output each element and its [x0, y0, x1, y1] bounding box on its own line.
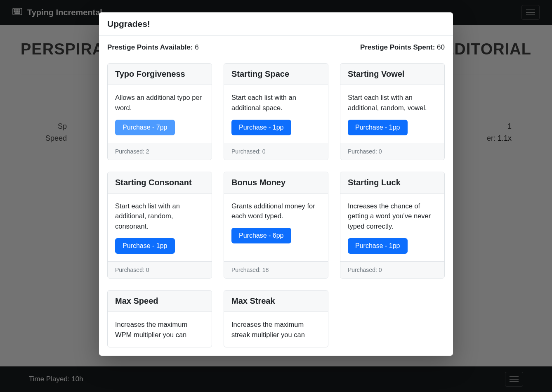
upgrade-card-title: Starting Consonant	[108, 172, 212, 194]
upgrade-card: Starting LuckIncreases the chance of get…	[340, 172, 445, 279]
upgrade-card-purchased: Purchased: 0	[108, 261, 212, 278]
upgrade-card-desc: Start each list with an additional, rand…	[348, 92, 437, 113]
upgrade-card-purchased: Purchased: 0	[340, 261, 444, 278]
pp-available-value: 6	[195, 43, 198, 51]
purchase-button[interactable]: Purchase - 1pp	[231, 120, 291, 135]
upgrade-card-desc: Increases the chance of getting a word y…	[348, 201, 437, 231]
upgrade-card-body: Grants additional money for each word ty…	[224, 194, 328, 261]
upgrade-card-body: Start each list with an additional, rand…	[340, 85, 444, 143]
upgrade-card-body: Increases the chance of getting a word y…	[340, 194, 444, 261]
upgrade-card-desc: Increases the maximum streak multiplier …	[231, 319, 321, 340]
upgrade-card: Starting ConsonantStart each list with a…	[107, 172, 212, 279]
pp-available-label: Prestige Points Available:	[107, 43, 193, 51]
upgrade-card-desc: Increases the maximum WPM multiplier you…	[115, 319, 204, 340]
upgrade-card-body: Start each list with an additional space…	[224, 85, 328, 143]
upgrade-card: Starting SpaceStart each list with an ad…	[224, 63, 328, 160]
upgrade-card: Typo ForgivenessAllows an additional typ…	[107, 63, 212, 160]
upgrade-card: Max StreakIncreases the maximum streak m…	[224, 290, 328, 348]
upgrade-card-title: Starting Luck	[340, 172, 444, 194]
upgrade-card-body: Start each list with an additional, rand…	[108, 194, 212, 261]
pp-spent-value: 60	[437, 43, 445, 51]
upgrade-card: Max SpeedIncreases the maximum WPM multi…	[107, 290, 212, 348]
prestige-points-row: Prestige Points Available: 6 Prestige Po…	[99, 36, 453, 63]
upgrade-card-desc: Allows an additional typo per word.	[115, 92, 204, 113]
purchase-button[interactable]: Purchase - 1pp	[348, 120, 408, 135]
pp-spent-label: Prestige Points Spent:	[360, 43, 435, 51]
upgrade-card-desc: Start each list with an additional space…	[231, 92, 321, 113]
purchase-button[interactable]: Purchase - 6pp	[231, 228, 291, 243]
upgrade-card-purchased: Purchased: 18	[224, 261, 328, 278]
upgrade-card-title: Starting Vowel	[340, 64, 444, 85]
upgrade-card-title: Max Streak	[224, 290, 328, 312]
upgrade-card-title: Bonus Money	[224, 172, 328, 194]
upgrade-card-title: Max Speed	[108, 290, 212, 312]
upgrade-card-purchased: Purchased: 0	[224, 143, 328, 160]
purchase-button[interactable]: Purchase - 1pp	[115, 238, 175, 254]
upgrade-card-purchased: Purchased: 2	[108, 143, 212, 160]
modal-title: Upgrades!	[99, 12, 453, 36]
upgrade-card: Starting VowelStart each list with an ad…	[340, 63, 445, 160]
upgrade-card-title: Starting Space	[224, 64, 328, 85]
upgrade-card-body: Increases the maximum WPM multiplier you…	[108, 312, 212, 347]
upgrade-card: Bonus MoneyGrants additional money for e…	[224, 172, 328, 279]
upgrade-card-body: Increases the maximum streak multiplier …	[224, 312, 328, 347]
purchase-button[interactable]: Purchase - 1pp	[348, 238, 408, 254]
upgrades-grid: Typo ForgivenessAllows an additional typ…	[99, 63, 453, 356]
upgrade-card-title: Typo Forgiveness	[108, 64, 212, 85]
upgrade-card-desc: Start each list with an additional, rand…	[115, 201, 204, 231]
upgrade-card-desc: Grants additional money for each word ty…	[231, 201, 321, 222]
purchase-button[interactable]: Purchase - 7pp	[115, 120, 175, 135]
upgrade-card-body: Allows an additional typo per word.Purch…	[108, 85, 212, 143]
upgrade-card-purchased: Purchased: 0	[340, 143, 444, 160]
upgrades-modal: Upgrades! Prestige Points Available: 6 P…	[99, 12, 453, 356]
